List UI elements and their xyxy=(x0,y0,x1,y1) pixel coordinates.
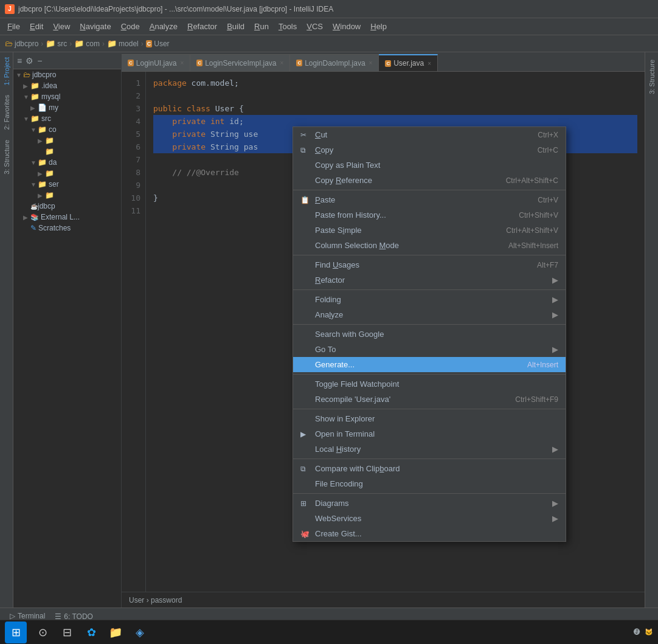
ctx-compare-clipboard[interactable]: ⧉ Compare with Clipboard xyxy=(293,461,566,476)
menu-navigate[interactable]: Navigate xyxy=(75,19,116,33)
browser-button[interactable]: ✿ xyxy=(80,621,102,643)
folder-icon: 📁 xyxy=(45,191,54,199)
search-icon: ⊙ xyxy=(38,626,47,639)
ctx-search-google[interactable]: Search with Google xyxy=(293,327,566,342)
project-toolbar: ≡ ⚙ − xyxy=(13,52,121,69)
bc-com[interactable]: 📁 com xyxy=(74,39,100,48)
external-libraries-label: External L... xyxy=(41,213,80,221)
ctx-copy-plain-text[interactable]: Copy as Plain Text xyxy=(293,158,566,173)
folder-icon: 📁 xyxy=(30,81,40,90)
expand-arrow: ▼ xyxy=(30,126,38,133)
external-lib-icon: 📚 xyxy=(30,213,39,221)
taskbar: ⊞ ⊙ ⊟ ✿ 📁 ◈ 🅙 🐱 xyxy=(0,620,658,644)
ctx-copy-reference[interactable]: Copy Reference Ctrl+Alt+Shift+C xyxy=(293,173,566,188)
ctx-diagrams[interactable]: ⊞ Diagrams ▶ xyxy=(293,496,566,511)
app-icon: J xyxy=(5,4,15,14)
minus-icon[interactable]: − xyxy=(37,56,42,66)
ctx-go-to[interactable]: Go To ▶ xyxy=(293,342,566,357)
ctx-generate[interactable]: Generate... Alt+Insert xyxy=(293,357,566,372)
ctx-paste-history[interactable]: Paste from History... Ctrl+Shift+V xyxy=(293,207,566,223)
tree-item-ser[interactable]: ▼ 📁 ser xyxy=(13,179,121,190)
tree-item-scratches[interactable]: ✎ Scratches xyxy=(13,223,121,234)
sidebar-item-structure[interactable]: 3: Structure xyxy=(1,135,12,179)
ctx-webservices[interactable]: WebServices ▶ xyxy=(293,511,566,526)
tree-item-my[interactable]: ▶ 📄 my xyxy=(13,102,121,113)
menu-vcs[interactable]: VCS xyxy=(302,19,328,33)
folder-icon: 📁 xyxy=(38,125,47,134)
tree-item-src[interactable]: ▼ 📁 src xyxy=(13,113,121,124)
folder-icon: 📁 xyxy=(45,169,54,178)
folder-button[interactable]: 📁 xyxy=(105,621,126,643)
close-tab-icon[interactable]: × xyxy=(369,60,373,66)
app-button[interactable]: ◈ xyxy=(129,621,151,643)
ctx-paste-simple[interactable]: Paste Simple Ctrl+Alt+Shift+V xyxy=(293,223,566,238)
ctx-copy[interactable]: ⧉ Copy Ctrl+C xyxy=(293,142,566,158)
bc-model[interactable]: 📁 model xyxy=(107,39,139,48)
structure-tab[interactable]: 3: Structure xyxy=(646,55,657,99)
folder-icon: 📁 xyxy=(38,180,47,189)
ctx-paste[interactable]: 📋 Paste Ctrl+V xyxy=(293,192,566,207)
menu-analyze[interactable]: Analyze xyxy=(145,19,182,33)
search-button[interactable]: ⊙ xyxy=(32,621,54,643)
ctx-refactor[interactable]: Refactor ▶ xyxy=(293,272,566,288)
tree-item-ser-child[interactable]: ▶ 📁 xyxy=(13,190,121,201)
tab-login-ui[interactable]: C LoginUI.java × xyxy=(122,54,190,71)
bc-user[interactable]: C User xyxy=(146,40,170,48)
menu-view[interactable]: View xyxy=(48,19,75,33)
tree-item-jdbcpro[interactable]: ▼ 🗁 jdbcpro xyxy=(13,69,121,80)
tree-item-co-child2[interactable]: 📁 xyxy=(13,146,121,157)
folder-icon: 📁 xyxy=(30,114,40,123)
class-icon: C xyxy=(385,60,391,67)
tree-item-da-child[interactable]: ▶ 📁 xyxy=(13,168,121,179)
tree-item-da[interactable]: ▼ 📁 da xyxy=(13,157,121,168)
ctx-column-selection[interactable]: Column Selection Mode Alt+Shift+Insert xyxy=(293,238,566,253)
bc-src[interactable]: 📁 src xyxy=(46,39,67,48)
ctx-open-terminal[interactable]: ▶ Open in Terminal xyxy=(293,426,566,441)
menu-run[interactable]: Run xyxy=(249,19,274,33)
close-tab-icon[interactable]: × xyxy=(428,60,431,67)
gear-icon[interactable]: ⚙ xyxy=(26,56,33,66)
tree-item-jdbcp[interactable]: ☕ jdbcp xyxy=(13,201,121,212)
menu-help[interactable]: Help xyxy=(365,19,392,33)
ctx-find-usages[interactable]: Find Usages Alt+F7 xyxy=(293,257,566,272)
tab-login-service-impl[interactable]: C LoginServiceImpl.java × xyxy=(190,54,290,71)
tree-item-external[interactable]: ▶ 📚 External L... xyxy=(13,212,121,223)
tree-item-mysql[interactable]: ▼ 📁 mysql xyxy=(13,91,121,102)
ctx-recompile[interactable]: Recompile 'User.java' Ctrl+Shift+F9 xyxy=(293,392,566,407)
menu-window[interactable]: Window xyxy=(328,19,365,33)
tree-item-co-child1[interactable]: ▶ 📁 xyxy=(13,135,121,146)
bottom-breadcrumb: User › password xyxy=(122,592,645,608)
ctx-folding[interactable]: Folding ▶ xyxy=(293,292,566,307)
ctx-file-encoding[interactable]: File Encoding xyxy=(293,476,566,491)
close-tab-icon[interactable]: × xyxy=(280,60,284,66)
expand-arrow: ▶ xyxy=(38,170,45,177)
menu-file[interactable]: File xyxy=(2,19,25,33)
menu-edit[interactable]: Edit xyxy=(25,19,48,33)
terminal-icon: ▶ xyxy=(300,430,313,438)
menu-refactor[interactable]: Refactor xyxy=(182,19,222,33)
close-tab-icon[interactable]: × xyxy=(181,60,184,66)
sidebar-item-project[interactable]: 1: Project xyxy=(1,52,12,90)
collapse-all-icon[interactable]: ≡ xyxy=(17,56,22,66)
ctx-cut[interactable]: ✂ Cut Ctrl+X xyxy=(293,127,566,142)
tab-user-java[interactable]: C User.java × xyxy=(379,54,438,71)
ctx-create-gist[interactable]: 🐙 Create Gist... xyxy=(293,526,566,541)
submenu-arrow: ▶ xyxy=(552,445,558,454)
tree-item-idea[interactable]: ▶ 📁 .idea xyxy=(13,80,121,91)
left-side-tabs: 1: Project 2: Favorites 3: Structure xyxy=(0,52,13,608)
task-view-button[interactable]: ⊟ xyxy=(56,621,78,643)
start-button[interactable]: ⊞ xyxy=(5,621,27,643)
ctx-toggle-watchpoint[interactable]: Toggle Field Watchpoint xyxy=(293,376,566,392)
ctx-analyze[interactable]: Analyze ▶ xyxy=(293,307,566,322)
tree-item-co[interactable]: ▼ 📁 co xyxy=(13,124,121,135)
menu-code[interactable]: Code xyxy=(116,19,145,33)
title-text: jdbcpro [C:\Users\elodi\IdeaProjects\jdb… xyxy=(18,5,333,13)
ctx-show-explorer[interactable]: Show in Explorer xyxy=(293,411,566,426)
menu-build[interactable]: Build xyxy=(222,19,249,33)
sidebar-item-favorites[interactable]: 2: Favorites xyxy=(1,90,12,134)
tab-login-dao-impl[interactable]: C LoginDaoImpl.java × xyxy=(290,54,379,71)
bc-project[interactable]: 🗁 jdbcpro xyxy=(5,39,38,48)
code-line-1: package com.model; xyxy=(153,77,637,89)
ctx-local-history[interactable]: Local History ▶ xyxy=(293,441,566,457)
menu-tools[interactable]: Tools xyxy=(274,19,302,33)
